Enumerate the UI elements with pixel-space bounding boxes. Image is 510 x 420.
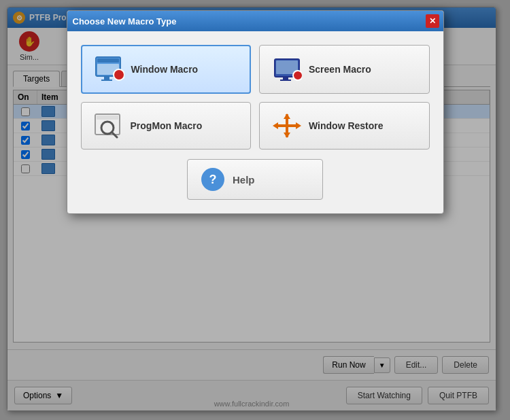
svg-rect-3 xyxy=(104,76,109,80)
window-restore-label: Window Restore xyxy=(309,120,384,131)
progmon-macro-button[interactable]: ProgMon Macro xyxy=(81,102,252,150)
svg-rect-9 xyxy=(280,80,291,81)
progmon-macro-label: ProgMon Macro xyxy=(131,120,203,131)
svg-marker-17 xyxy=(284,113,290,119)
choose-macro-modal: Choose New Macro Type ✕ xyxy=(67,10,444,214)
svg-rect-4 xyxy=(101,80,112,81)
svg-point-10 xyxy=(293,71,302,80)
help-icon: ? xyxy=(201,168,224,191)
window-macro-svg xyxy=(95,56,124,82)
window-restore-icon xyxy=(272,112,302,139)
svg-rect-8 xyxy=(283,77,288,80)
svg-marker-19 xyxy=(273,122,278,129)
svg-point-5 xyxy=(114,69,124,80)
svg-marker-20 xyxy=(296,122,301,129)
screen-macro-icon xyxy=(272,56,302,83)
screen-macro-svg xyxy=(272,56,302,82)
window-macro-icon xyxy=(95,56,124,83)
progmon-macro-icon xyxy=(94,112,124,139)
window-restore-button[interactable]: Window Restore xyxy=(259,102,430,150)
modal-body: Window Macro Screen Macro xyxy=(67,31,443,213)
help-label: Help xyxy=(233,174,255,186)
svg-marker-18 xyxy=(284,133,290,138)
svg-rect-12 xyxy=(97,116,118,120)
window-restore-svg xyxy=(272,113,302,139)
svg-rect-1 xyxy=(97,58,119,63)
progmon-macro-svg xyxy=(94,113,124,139)
modal-overlay: Choose New Macro Type ✕ xyxy=(0,0,510,420)
help-section: ? Help xyxy=(81,159,430,200)
modal-title: Choose New Macro Type xyxy=(73,16,177,27)
window-macro-label: Window Macro xyxy=(131,64,199,75)
screen-macro-button[interactable]: Screen Macro xyxy=(259,45,430,94)
modal-close-button[interactable]: ✕ xyxy=(426,14,439,28)
screen-macro-label: Screen Macro xyxy=(309,64,371,75)
window-macro-button[interactable]: Window Macro xyxy=(81,45,252,94)
help-button[interactable]: ? Help xyxy=(187,159,323,200)
macro-type-grid: Window Macro Screen Macro xyxy=(81,45,430,150)
modal-titlebar: Choose New Macro Type xyxy=(67,11,443,31)
